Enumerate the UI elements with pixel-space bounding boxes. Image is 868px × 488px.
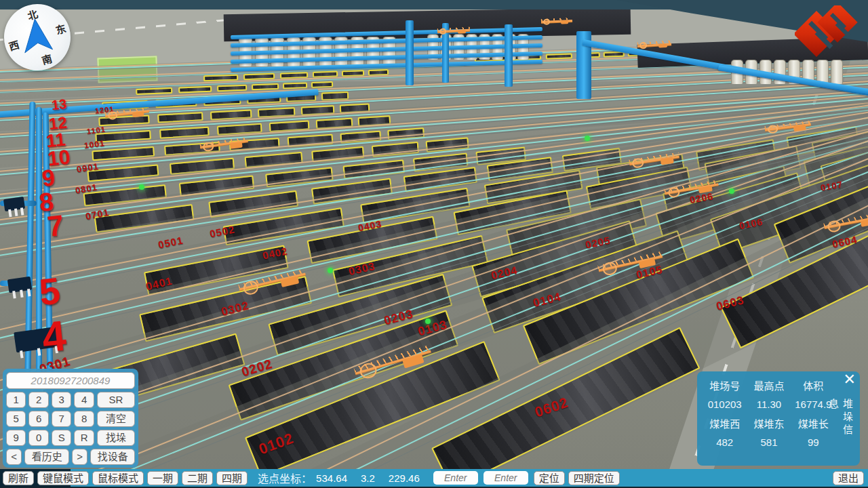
status-marker [585,136,590,141]
keypad-row: 90SR找垛 [6,430,135,446]
stacker-reclaimer-machine[interactable] [541,17,572,26]
support-leg [8,209,12,217]
machine-body [230,142,243,148]
info-value-yard-no: 010203 [703,399,747,410]
machine-body [561,20,569,24]
coord-x-value: 534.64 [316,472,347,484]
keypad-button-7[interactable]: 7 [52,411,72,427]
bucket-wheel-icon [439,28,447,35]
info-value-pile-east: 581 [747,436,791,448]
keypad-row: 5678清空 [6,411,135,427]
coord-y-value: 3.2 [361,472,375,484]
keypad-button-<[interactable]: < [6,449,22,465]
status-marker [139,184,144,190]
support-leg [27,289,31,296]
coordinate-input-2[interactable] [484,471,528,485]
keypad-button-8[interactable]: 8 [74,411,94,427]
keypad-button-9[interactable]: 9 [6,430,26,446]
keypad-button-2[interactable]: 2 [28,392,48,408]
info-header-volume: 体积 [791,378,835,392]
compass-arrow-icon [16,14,58,58]
info-header-pile-east: 煤堆东 [747,416,791,430]
keypad-button-清空[interactable]: 清空 [97,411,135,427]
keypad-buttons: 1234SR5678清空90SR找垛<看历史>找设备 [6,392,135,465]
exit-button[interactable]: 退出 [833,471,864,485]
close-icon[interactable]: ✕ [844,371,856,388]
support-leg [20,290,23,298]
row-number-label: 5 [37,269,62,314]
search-keypad-panel: 1234SR5678清空90SR找垛<看历史>找设备 [3,369,138,468]
row-number-label: 4 [39,310,68,361]
pile-info-grid: 堆场号 最高点 体积 010203 11.30 16774.9 煤堆西 煤堆东 … [703,378,835,448]
conveyor-tower [406,20,414,85]
bucket-wheel-icon [543,19,551,25]
machine-body [660,157,674,165]
bucket-wheel-icon [632,157,644,169]
machine-body [132,111,144,117]
bar-button-四期[interactable]: 四期 [216,471,248,485]
keypad-button-0[interactable]: 0 [28,430,48,446]
bucket-wheel-icon [203,142,214,152]
keypad-button-R[interactable]: R [74,430,94,446]
bar-button-定位[interactable]: 定位 [534,471,565,485]
support-leg [37,348,41,355]
info-header-highest-point: 最高点 [747,378,791,392]
keypad-button-1[interactable]: 1 [6,392,26,408]
pile-info-panel: 堆场号 最高点 体积 010203 11.30 16774.9 煤堆西 煤堆东 … [697,371,860,466]
keypad-row: <看历史>找设备 [6,449,135,465]
support-leg [14,209,18,216]
company-logo [795,5,859,68]
keypad-row: 1234SR [6,392,135,408]
support-leg [20,350,23,358]
bar-button-四期定位[interactable]: 四期定位 [568,471,620,485]
keypad-button-S[interactable]: S [52,430,72,446]
keypad-button-找设备[interactable]: 找设备 [90,449,135,465]
coordinate-input-1[interactable] [433,471,478,485]
bar-button-刷新[interactable]: 刷新 [3,471,34,485]
row-number-label: 7 [46,209,66,243]
keypad-button-看历史[interactable]: 看历史 [24,449,69,465]
info-value-pile-west: 482 [703,436,747,448]
coord-z-value: 229.46 [389,472,420,484]
support-leg [20,207,24,215]
keypad-button-找垛[interactable]: 找垛 [97,430,135,446]
pipe-junction-box [3,197,25,211]
keypad-button-SR[interactable]: SR [97,392,135,408]
keypad-button-4[interactable]: 4 [74,392,94,408]
status-marker [328,268,333,273]
keypad-button-6[interactable]: 6 [28,411,48,427]
bottom-control-bar: 刷新键鼠模式鼠标模式一期二期四期 选点坐标： 534.64 3.2 229.46… [0,469,868,487]
row-number-label: 13 [51,96,68,113]
info-value-highest-point: 11.30 [747,399,791,410]
conveyor-tower [505,24,513,87]
status-marker [425,319,431,324]
bar-button-键鼠模式[interactable]: 键鼠模式 [37,471,89,485]
keypad-button->[interactable]: > [72,449,87,465]
timestamp-input[interactable] [6,372,135,389]
pipe-junction-box [7,277,32,293]
bar-button-二期[interactable]: 二期 [182,471,213,485]
info-header-pile-west: 煤堆西 [703,416,747,430]
support-leg [12,291,16,298]
keypad-button-5[interactable]: 5 [6,411,26,427]
bar-button-鼠标模式[interactable]: 鼠标模式 [92,471,144,485]
3d-yard-viewport[interactable]: 1201110110010901080107010502050104030402… [0,0,868,488]
bucket-wheel-icon [768,124,778,134]
keypad-button-3[interactable]: 3 [52,392,72,408]
machine-body [458,30,467,34]
selected-point-coords-label: 选点坐标： [258,470,312,486]
machine-body [658,43,667,47]
bar-right-buttons: 定位四期定位 [534,471,623,485]
bar-left-buttons: 刷新键鼠模式鼠标模式一期二期四期 [3,471,251,485]
bucket-wheel-icon [639,42,648,49]
status-marker [729,188,734,194]
machine-body [793,125,806,131]
info-header-yard-no: 堆场号 [703,378,747,392]
bar-button-一期[interactable]: 一期 [147,471,178,485]
pile-info-side-label: 堆垛信息 [826,398,854,445]
